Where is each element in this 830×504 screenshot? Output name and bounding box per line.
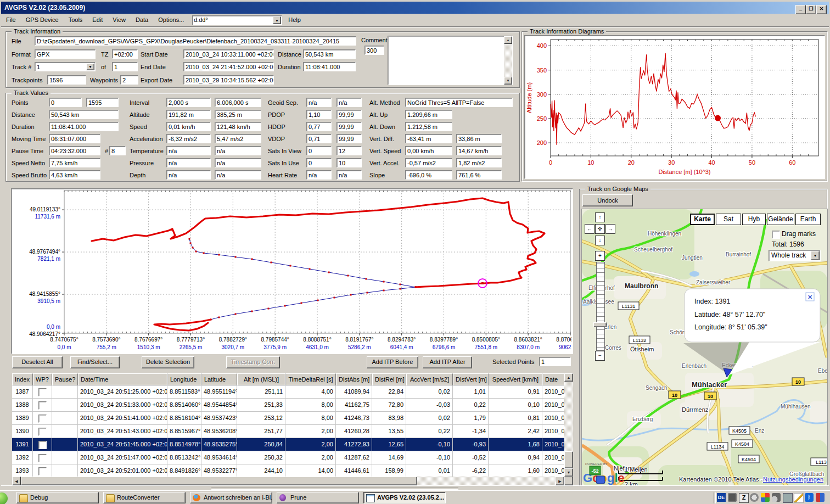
tray-wand-icon[interactable] <box>794 493 804 503</box>
menu-gps-device[interactable]: GPS Device <box>21 14 64 26</box>
map-type-karte[interactable]: Karte <box>690 214 715 225</box>
map-viewport[interactable]: HöhenklingenScheuelberghofJungtienBurrai… <box>581 209 828 489</box>
vert-diff--min-field[interactable]: -63,41 m <box>405 134 452 143</box>
hdop-max-field[interactable]: 99,99 <box>337 122 362 131</box>
add-itp-before-button[interactable]: Add ITP Before <box>367 356 418 368</box>
table-scroll-right-icon[interactable]: ▶ <box>556 477 564 485</box>
tray-desktop-icon[interactable] <box>783 493 793 503</box>
column-header-latitude[interactable]: Latitude <box>201 373 237 385</box>
column-header-alt-m-msl-[interactable]: Alt [m (MSL)] <box>237 373 285 385</box>
alt-down-field[interactable]: 1.212,58 m <box>405 122 452 131</box>
column-header-distvert-m-[interactable]: DistVert [m] <box>453 373 489 385</box>
tray-language-icon[interactable]: DE <box>717 493 726 502</box>
column-header-speedvert-km-h-[interactable]: SpeedVert [km/h] <box>489 373 542 385</box>
add-itp-after-button[interactable]: Add ITP After <box>423 356 472 368</box>
comment-count-field[interactable]: 300 <box>364 46 384 55</box>
tray-Z-icon[interactable]: Z <box>739 493 749 503</box>
acceleration-max-field[interactable]: 5,47 m/s2 <box>215 134 261 143</box>
geoid-sep--min-field[interactable]: n/a <box>306 98 332 107</box>
duration-field[interactable]: 11:08:41.000 <box>303 62 356 71</box>
table-row[interactable]: 13932010_03_24 20:52:01.000 +02:008.8491… <box>12 464 564 477</box>
interval-max-field[interactable]: 6.006,000 s <box>215 98 261 107</box>
column-header-distrel-m-[interactable]: DistRel [m] <box>372 373 406 385</box>
zoom-slider-thumb[interactable] <box>593 322 607 327</box>
waypoint-checkbox[interactable] <box>38 454 47 462</box>
pressure-max-field[interactable]: n/a <box>215 158 261 167</box>
format-combobox[interactable]: d.dd°▼ <box>192 15 282 25</box>
points-min-field[interactable]: 0 <box>49 98 82 107</box>
speed-brutto-field[interactable]: 4,63 km/h <box>49 170 100 180</box>
table-row[interactable]: 13872010_03_24 20:51:25.000 +02:008.8511… <box>12 385 564 399</box>
track-select-arrow-icon[interactable]: ▼ <box>811 251 820 260</box>
column-header-index[interactable]: Index <box>12 373 33 385</box>
tray-circle-icon[interactable] <box>750 493 759 502</box>
distance-field[interactable]: 50,543 km <box>49 110 119 119</box>
tray-camera-icon[interactable] <box>728 493 737 502</box>
column-header-pause?[interactable]: Pause? <box>52 373 78 385</box>
zoom-slider[interactable] <box>596 262 605 351</box>
deselect-all-button[interactable]: Deselect All <box>12 356 63 368</box>
table-row-selected[interactable]: 13912010_03_24 20:51:45.000 +02:008.8514… <box>12 438 564 451</box>
menu-help[interactable]: Help <box>283 14 306 26</box>
moving-time-field[interactable]: 06:31:07.000 <box>49 134 100 143</box>
track-number-combo[interactable]: 1▼ <box>35 62 96 71</box>
close-button[interactable]: ✕ <box>816 5 827 14</box>
table-scroll-down-icon[interactable]: ▼ <box>564 468 573 477</box>
combo-dropdown-icon[interactable]: ▼ <box>273 16 281 24</box>
heart-rate-min-field[interactable]: n/a <box>306 170 332 180</box>
track-select-dropdown[interactable]: Whole track▼ <box>769 250 821 261</box>
map-type-gelände[interactable]: Gelände <box>767 214 794 225</box>
format-field[interactable]: GPX <box>35 49 96 59</box>
pdop-max-field[interactable]: 99,99 <box>337 110 362 119</box>
menu-options[interactable]: Options... <box>153 14 189 26</box>
table-scroll-left-icon[interactable]: ◀ <box>12 477 21 485</box>
slope-max-field[interactable]: 761,6 % <box>456 170 502 180</box>
menu-file[interactable]: File <box>1 14 21 26</box>
drag-marks-checkbox[interactable] <box>772 231 780 239</box>
minimize-button[interactable]: _ <box>795 5 806 14</box>
pause-count-field[interactable]: 8 <box>109 146 126 155</box>
scroll-up-icon[interactable]: ▲ <box>504 36 512 44</box>
title-bar[interactable]: AVGPS V2.02 (23.05.2009) _ ❐ ✕ <box>1 2 829 14</box>
vert-accel--min-field[interactable]: -0,57 m/s2 <box>405 158 452 167</box>
geoid-sep--max-field[interactable]: n/a <box>337 98 362 107</box>
table-row[interactable]: 13922010_03_24 20:51:47.000 +02:008.8513… <box>12 451 564 464</box>
undock-button[interactable]: Undock <box>582 194 633 206</box>
waypoint-checkbox[interactable] <box>38 388 47 396</box>
vert-accel--max-field[interactable]: 1,82 m/s2 <box>456 158 502 167</box>
vert-speed-max-field[interactable]: 14,67 km/h <box>456 146 502 155</box>
comment-textarea[interactable]: ▲▼ <box>388 36 513 85</box>
column-header-date-time[interactable]: Date/Time <box>78 373 167 385</box>
pan-left-icon[interactable]: ← <box>585 224 595 234</box>
task-debug[interactable]: Debug <box>16 492 99 503</box>
column-header-date[interactable]: Date <box>542 373 564 385</box>
sats-in-view-max-field[interactable]: 12 <box>337 146 362 155</box>
vdop-min-field[interactable]: 0,71 <box>306 134 332 143</box>
track-number-dropdown-icon[interactable]: ▼ <box>86 63 94 70</box>
task-antwort-schreiben-an-i-bl-[interactable]: Antwort schreiben an i-Bl... <box>190 492 272 503</box>
waypoints-field[interactable]: 2 <box>120 75 138 85</box>
table-horizontal-scrollbar[interactable]: ◀▶ <box>12 477 564 485</box>
depth-min-field[interactable]: n/a <box>166 170 211 180</box>
map-type-earth[interactable]: Earth <box>795 214 821 225</box>
map-type-hyb[interactable]: Hyb <box>742 214 766 225</box>
trackpoint-table[interactable]: IndexWP?Pause?Date/TimeLongitudeLatitude… <box>12 373 564 477</box>
altitude-max-field[interactable]: 385,25 m <box>215 110 261 119</box>
bubble-close-icon[interactable]: ✕ <box>807 294 812 300</box>
sats-in-view-min-field[interactable]: 0 <box>306 146 332 155</box>
tz-field[interactable]: +02:00 <box>112 49 138 59</box>
delete-selection-button[interactable]: Delete Selection <box>142 356 194 368</box>
waypoint-checkbox[interactable] <box>38 428 47 436</box>
distance-field[interactable]: 50,543 km <box>303 49 356 59</box>
slope-min-field[interactable]: -696,0 % <box>405 170 452 180</box>
temperature-max-field[interactable]: n/a <box>215 146 261 155</box>
start-date-field[interactable]: 2010_03_24 10:33:11.000 +02:00 <box>183 49 274 59</box>
file-field[interactable]: D:\zGpsdaten\_download_GPS\AVGPS_GPX\Dou… <box>35 36 356 46</box>
acceleration-min-field[interactable]: -6,32 m/s2 <box>166 134 211 143</box>
pause-time-field[interactable]: 04:23:32.000 <box>49 146 100 155</box>
end-date-field[interactable]: 2010_03_24 21:41:52.000 +02:00 <box>183 62 274 71</box>
column-header-wp?[interactable]: WP? <box>33 373 52 385</box>
temperature-min-field[interactable]: n/a <box>166 146 211 155</box>
trackpoints-field[interactable]: 1596 <box>47 75 86 85</box>
vdop-max-field[interactable]: 99,99 <box>337 134 362 143</box>
